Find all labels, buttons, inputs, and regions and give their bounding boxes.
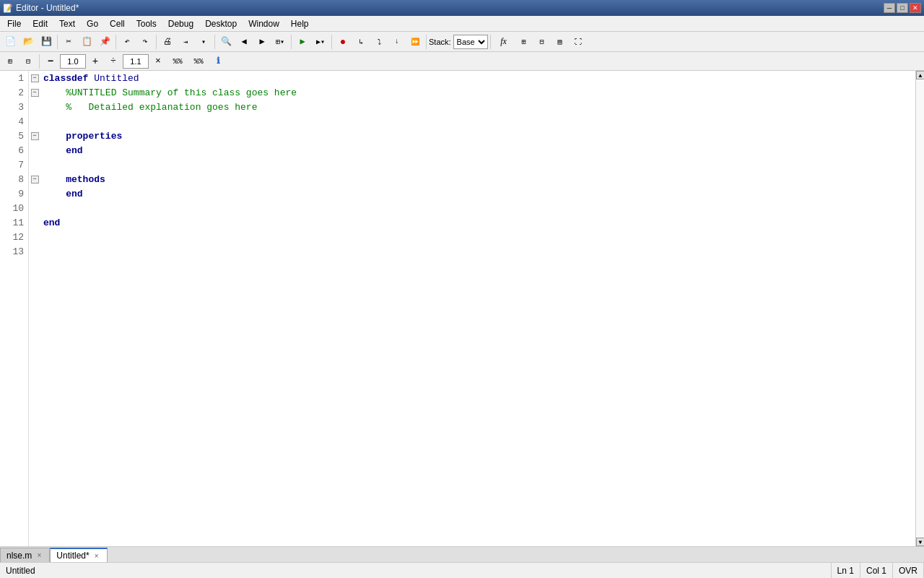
code-line: % Detailed explanation goes here [43, 100, 915, 114]
scroll-track[interactable] [916, 79, 924, 538]
run-button[interactable]: ▶ [294, 34, 311, 50]
nav-fwd-button[interactable]: ▶ [253, 34, 271, 50]
undo-button[interactable]: ↶ [118, 34, 136, 50]
sep7 [426, 35, 427, 49]
status-col: Col 1 [860, 563, 893, 578]
fold-button[interactable]: − [31, 132, 39, 140]
menu-item-text[interactable]: Text [53, 17, 81, 30]
token-kw: end [66, 189, 82, 199]
line-number: 1 [0, 71, 28, 85]
tab-close-button[interactable]: × [92, 551, 101, 560]
cut-button[interactable]: ✂ [60, 34, 77, 50]
menu-item-help[interactable]: Help [285, 17, 315, 30]
fold-row[interactable]: − [29, 129, 40, 143]
menu-item-file[interactable]: File [1, 17, 27, 30]
print-button[interactable]: 🖨 [159, 34, 176, 50]
fx-button[interactable]: fx [493, 34, 515, 50]
line-numbers: 12345678910111213 [0, 71, 29, 546]
fold-row [29, 100, 40, 114]
menu-item-desktop[interactable]: Desktop [199, 17, 243, 30]
code-line: %UNTITLED Summary of this class goes her… [43, 85, 915, 100]
menu-item-go[interactable]: Go [81, 17, 104, 30]
menu-item-tools[interactable]: Tools [131, 17, 162, 30]
menu-bar: FileEditTextGoCellToolsDebugDesktopWindo… [0, 16, 924, 32]
minimize-button[interactable]: ─ [884, 3, 895, 13]
code-line [43, 114, 915, 129]
expand-button[interactable]: ⛶ [570, 34, 587, 50]
breakpoint-button[interactable]: ● [334, 34, 352, 50]
maximize-button[interactable]: □ [897, 3, 908, 13]
fold-row[interactable]: − [29, 172, 40, 186]
run-section-button[interactable]: ▶▾ [312, 34, 329, 50]
grid-button[interactable]: ⊞ [515, 34, 533, 50]
zoom-plus-button[interactable]: + [87, 53, 104, 69]
row-button[interactable]: ▤ [552, 34, 569, 50]
line-spacing-input[interactable] [123, 54, 149, 69]
menu-item-debug[interactable]: Debug [162, 17, 199, 30]
bookmark-button[interactable]: ⊞▾ [271, 34, 289, 50]
code-content[interactable]: classdef Untitled %UNTITLED Summary of t… [40, 71, 915, 546]
divide-symbol: ÷ [105, 53, 122, 69]
find-button[interactable]: 🔍 [217, 34, 235, 50]
line-number: 4 [0, 114, 28, 129]
paste-button[interactable]: 📌 [96, 34, 113, 50]
copy-button[interactable]: 📋 [78, 34, 95, 50]
open-button[interactable]: 📂 [19, 34, 37, 50]
cell-btn1[interactable]: %% [167, 53, 188, 69]
close-button[interactable]: ✕ [910, 3, 921, 13]
code-line: end [43, 143, 915, 158]
indent-button[interactable]: ⇥ [177, 34, 194, 50]
tab-close-button[interactable]: × [35, 551, 43, 560]
fold-button[interactable]: − [31, 89, 39, 97]
line-number: 10 [0, 201, 28, 215]
fold-button[interactable]: − [31, 74, 39, 82]
fold-gutter: −−−− [29, 71, 40, 546]
token-cm: %UNTITLED Summary of this class goes her… [66, 87, 297, 98]
zoom-minus-button[interactable]: − [42, 53, 59, 69]
fold-row [29, 143, 40, 158]
fold-row [29, 215, 40, 230]
cell-btn2[interactable]: %% [188, 53, 209, 69]
info-button[interactable]: ℹ [209, 53, 227, 69]
menu-item-edit[interactable]: Edit [27, 17, 53, 30]
cols-button[interactable]: ⊟ [533, 34, 551, 50]
redo-button[interactable]: ↷ [136, 34, 154, 50]
token-kw: classdef [43, 73, 94, 84]
editor-icon: 📝 [3, 4, 13, 13]
toolbar-1: 📄 📂 💾 ✂ 📋 📌 ↶ ↷ 🖨 ⇥ ▾ 🔍 ◀ ▶ ⊞▾ ▶ ▶▾ ● ↳ … [0, 32, 924, 52]
fold-row [29, 186, 40, 201]
indent-btn2[interactable]: ▾ [195, 34, 212, 50]
fold-button[interactable]: − [31, 176, 39, 184]
tb2-btn1[interactable]: ⊞ [1, 53, 19, 69]
token-kw: end [43, 217, 60, 228]
token-plain [43, 87, 66, 98]
tab-untitled-[interactable]: Untitled*× [50, 548, 107, 562]
stack-select[interactable]: Base [453, 35, 488, 49]
fold-row [29, 158, 40, 172]
tb2-btn2[interactable]: ⊟ [19, 53, 37, 69]
menu-item-cell[interactable]: Cell [104, 17, 131, 30]
line-number: 12 [0, 230, 28, 244]
token-plain [43, 131, 66, 142]
fold-row[interactable]: − [29, 85, 40, 100]
scroll-up-arrow[interactable]: ▲ [916, 71, 924, 79]
new-button[interactable]: 📄 [1, 34, 19, 50]
zoom-input[interactable] [60, 54, 86, 69]
scroll-down-arrow[interactable]: ▼ [916, 538, 924, 546]
editor: 12345678910111213 −−−− classdef Untitled… [0, 71, 924, 546]
step-over-button[interactable]: ⤵ [370, 34, 388, 50]
fold-row[interactable]: − [29, 71, 40, 85]
tab-nlse-m[interactable]: nlse.m× [0, 548, 50, 562]
token-kw: properties [66, 131, 122, 142]
save-button[interactable]: 💾 [38, 34, 55, 50]
step-in-button[interactable]: ↓ [388, 34, 406, 50]
fold-row [29, 201, 40, 215]
line-number: 13 [0, 244, 28, 259]
close-x-button[interactable]: × [149, 53, 167, 69]
menu-item-window[interactable]: Window [243, 17, 285, 30]
stack-label: Stack: [429, 38, 451, 46]
nav-back-button[interactable]: ◀ [235, 34, 253, 50]
continue-button[interactable]: ⏩ [406, 34, 424, 50]
step-button[interactable]: ↳ [352, 34, 370, 50]
vertical-scrollbar[interactable]: ▲ ▼ [915, 71, 924, 546]
